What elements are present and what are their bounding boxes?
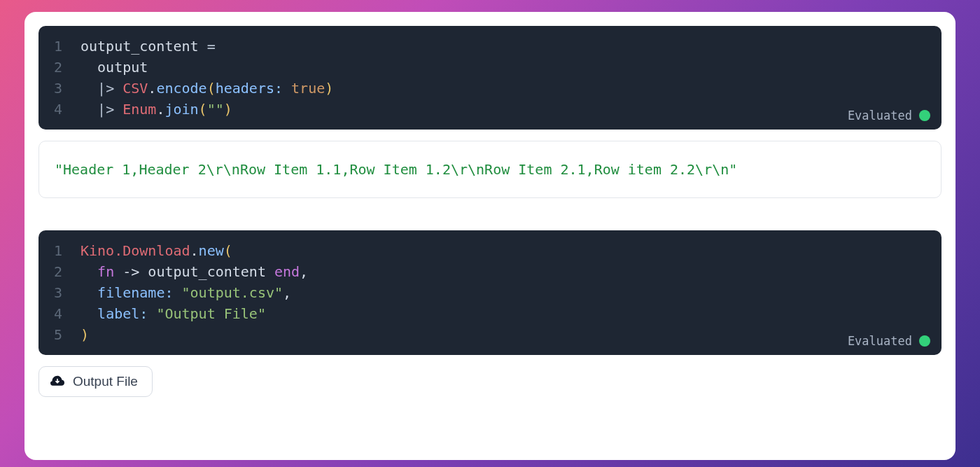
line-number: 3 [50, 282, 80, 303]
line-number: 5 [50, 324, 80, 345]
code-lines-1: 1output_content =2 output3 |> CSV.encode… [50, 36, 930, 120]
line-number: 4 [50, 99, 80, 120]
cell-status-2: Evaluated [848, 334, 930, 348]
code-line: 3 filename: "output.csv", [50, 282, 930, 303]
code-content: fn -> output_content end, [80, 261, 308, 282]
status-label: Evaluated [848, 109, 912, 123]
code-line: 3 |> CSV.encode(headers: true) [50, 78, 930, 99]
line-number: 1 [50, 36, 80, 57]
code-line: 4 label: "Output File" [50, 303, 930, 324]
line-number: 4 [50, 303, 80, 324]
code-cell-2[interactable]: 1Kino.Download.new(2 fn -> output_conten… [38, 230, 941, 355]
status-dot-icon [919, 110, 930, 121]
status-dot-icon [919, 335, 930, 347]
code-cell-1[interactable]: 1output_content =2 output3 |> CSV.encode… [38, 26, 941, 130]
notebook-card: 1output_content =2 output3 |> CSV.encode… [24, 12, 955, 460]
code-lines-2: 1Kino.Download.new(2 fn -> output_conten… [50, 240, 930, 345]
code-line: 1output_content = [50, 36, 930, 57]
code-line: 2 fn -> output_content end, [50, 261, 930, 282]
line-number: 2 [50, 261, 80, 282]
code-line: 1Kino.Download.new( [50, 240, 930, 261]
code-line: 2 output [50, 57, 930, 78]
code-content: filename: "output.csv", [80, 282, 291, 303]
code-content: output_content = [80, 36, 216, 57]
line-number: 2 [50, 57, 80, 78]
download-icon [50, 375, 64, 389]
code-content: ) [80, 324, 89, 345]
line-number: 1 [50, 240, 80, 261]
cell-output-1: "Header 1,Header 2\r\nRow Item 1.1,Row I… [38, 141, 941, 198]
code-content: label: "Output File" [80, 303, 266, 324]
code-line: 4 |> Enum.join("") [50, 99, 930, 120]
code-content: Kino.Download.new( [80, 240, 232, 261]
code-content: |> Enum.join("") [80, 99, 232, 120]
download-button-label: Output File [73, 374, 138, 389]
cell-status-1: Evaluated [848, 109, 930, 123]
code-content: |> CSV.encode(headers: true) [80, 78, 333, 99]
download-button[interactable]: Output File [38, 366, 153, 397]
status-label: Evaluated [848, 334, 912, 348]
code-line: 5) [50, 324, 930, 345]
code-content: output [80, 57, 148, 78]
line-number: 3 [50, 78, 80, 99]
